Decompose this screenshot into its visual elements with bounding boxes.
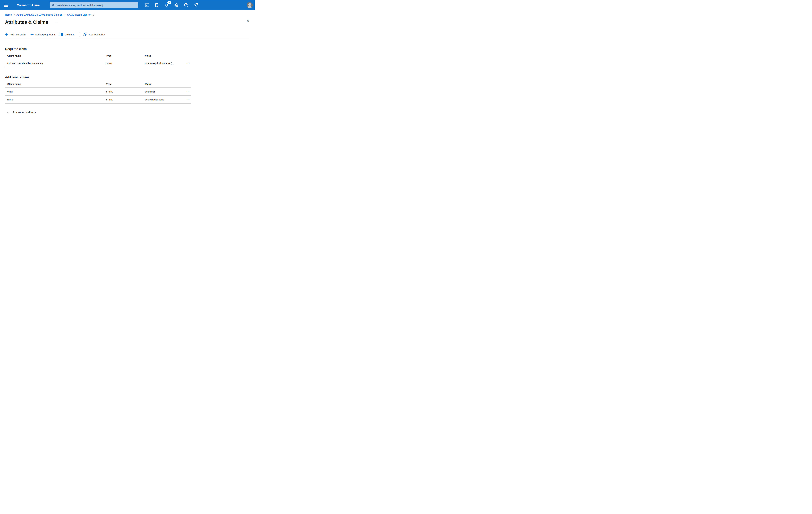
global-search[interactable] — [50, 2, 138, 8]
table-header-row: Claim name Type Value — [5, 52, 191, 59]
advanced-settings-label: Advanced settings — [13, 111, 36, 114]
claim-name-cell: Unique User Identifier (Name ID) — [7, 62, 106, 65]
feedback-icon[interactable] — [192, 2, 199, 9]
required-claim-heading: Required claim — [5, 47, 255, 51]
got-feedback-button[interactable]: Got feedback? — [83, 32, 105, 36]
type-cell: SAML — [106, 90, 145, 93]
column-header-type: Type — [106, 83, 145, 85]
breadcrumb-app-sso[interactable]: Azure SAML SSO | SAML-based Sign-on — [17, 13, 62, 16]
table-row[interactable]: Unique User Identifier (Name ID) SAML us… — [5, 59, 191, 67]
azure-portal-window: Microsoft Azure — [0, 0, 255, 129]
page-title: Attributes & Claims — [5, 20, 48, 25]
plus-icon — [5, 33, 8, 36]
toolbar-divider — [79, 32, 80, 36]
add-group-claim-button[interactable]: Add a group claim — [31, 33, 55, 36]
hamburger-menu-icon[interactable] — [3, 0, 9, 10]
breadcrumb: Home Azure SAML SSO | SAML-based Sign-on… — [5, 13, 255, 16]
add-new-claim-label: Add new claim — [10, 33, 26, 36]
value-cell: user.mail — [145, 90, 186, 93]
column-header-claim-name: Claim name — [7, 54, 106, 57]
chevron-down-icon — [7, 111, 9, 113]
value-cell: user.displayname — [145, 98, 186, 101]
feedback-person-icon — [83, 32, 88, 36]
columns-label: Columns — [65, 33, 74, 36]
columns-icon — [60, 33, 63, 36]
column-header-type: Type — [106, 54, 145, 57]
additional-claims-table: Claim name Type Value email SAML user.ma… — [5, 80, 191, 104]
breadcrumb-home[interactable]: Home — [5, 13, 12, 16]
breadcrumb-chevron-icon — [13, 14, 15, 16]
additional-claims-heading: Additional claims — [5, 75, 255, 79]
table-row[interactable]: name SAML user.displayname ••• — [5, 96, 191, 104]
claim-name-cell: email — [7, 90, 106, 93]
svg-text:?: ? — [185, 4, 187, 6]
got-feedback-label: Got feedback? — [89, 33, 105, 36]
directory-filter-icon[interactable] — [153, 2, 161, 9]
column-header-value: Value — [145, 54, 186, 57]
brand-title[interactable]: Microsoft Azure — [17, 0, 40, 10]
required-claim-table: Claim name Type Value Unique User Identi… — [5, 52, 191, 67]
table-row[interactable]: email SAML user.mail ••• — [5, 88, 191, 96]
value-cell: user.userprincipalname [... — [145, 62, 186, 65]
notifications-bell-icon[interactable]: 6 — [163, 2, 170, 9]
type-cell: SAML — [106, 98, 145, 101]
type-cell: SAML — [106, 62, 145, 65]
cloud-shell-icon[interactable] — [144, 2, 151, 9]
avatar[interactable] — [247, 2, 253, 8]
breadcrumb-saml-signon[interactable]: SAML-based Sign-on — [67, 13, 91, 16]
add-new-claim-button[interactable]: Add new claim — [5, 33, 26, 36]
row-menu-ellipsis-icon[interactable]: ••• — [186, 98, 192, 102]
column-header-claim-name: Claim name — [7, 83, 106, 85]
top-bar: Microsoft Azure — [0, 0, 255, 10]
help-icon[interactable]: ? — [182, 2, 190, 9]
columns-button[interactable]: Columns — [60, 33, 74, 36]
search-input[interactable] — [56, 4, 137, 7]
row-menu-ellipsis-icon[interactable]: ••• — [186, 90, 192, 93]
column-header-value: Value — [145, 83, 186, 85]
claim-name-cell: name — [7, 98, 106, 101]
horizontal-divider — [5, 39, 250, 39]
row-menu-ellipsis-icon[interactable]: ••• — [186, 61, 192, 65]
plus-icon — [31, 33, 34, 36]
search-icon — [52, 4, 55, 7]
context-menu-ellipsis-icon[interactable]: ··· — [55, 22, 58, 24]
advanced-settings-toggle[interactable]: Advanced settings — [7, 111, 36, 114]
notification-count-badge: 6 — [168, 1, 171, 4]
table-header-row: Claim name Type Value — [5, 80, 191, 88]
breadcrumb-chevron-icon — [93, 14, 94, 16]
add-group-claim-label: Add a group claim — [35, 33, 55, 36]
close-icon[interactable]: ✕ — [246, 19, 249, 22]
page-header: Attributes & Claims ··· ✕ — [5, 19, 255, 25]
breadcrumb-chevron-icon — [64, 14, 66, 16]
settings-gear-icon[interactable] — [173, 2, 180, 9]
command-bar: Add new claim Add a group claim — [5, 32, 255, 37]
